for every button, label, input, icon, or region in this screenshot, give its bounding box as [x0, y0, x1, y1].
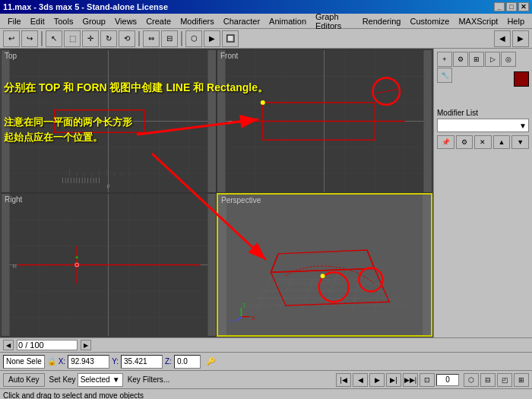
panel-buttons: 📌 ⚙ ✕ ▲ ▼	[437, 135, 529, 149]
progress-value: 0 / 100	[18, 340, 44, 350]
svg-point-15	[97, 119, 102, 124]
toolbar-render[interactable]: ▶	[204, 30, 220, 47]
viewport-front[interactable]: Front	[217, 49, 432, 193]
modifier-dropdown-arrow: ▼	[519, 122, 527, 130]
panel-tab-motion[interactable]: ▷	[485, 52, 500, 67]
toolbar-select-region[interactable]: ⬚	[64, 30, 81, 47]
anim-next-end[interactable]: ▶▶|	[403, 373, 418, 387]
toolbar-sep1	[41, 31, 43, 46]
scroll-left-btn[interactable]: ◀	[3, 340, 14, 350]
scroll-right-btn[interactable]: ▶	[81, 340, 91, 350]
anim-key-mode[interactable]: ⊡	[420, 373, 435, 387]
selected-dropdown[interactable]: Selected ▼	[78, 373, 123, 387]
svg-rect-68	[226, 195, 423, 335]
svg-point-64	[76, 264, 78, 266]
frame-field[interactable]: 0	[436, 374, 459, 386]
lower-status: None Sele 🔒 X: 92.943 Y: 35.421 Z: 0.0 🔑	[0, 353, 532, 371]
menu-character[interactable]: Character	[219, 15, 264, 27]
svg-text:R: R	[13, 263, 17, 270]
menu-graph-editors[interactable]: Graph Editors	[311, 11, 358, 32]
anim-tools2[interactable]: ⊟	[480, 373, 496, 387]
menu-group[interactable]: Group	[78, 15, 110, 27]
viewport-top-svg: T F | | | | | | | | | | | | | |	[2, 50, 216, 192]
panel-btn-config[interactable]: ⚙	[456, 135, 473, 149]
viewport-perspective-label: Perspective	[221, 196, 261, 204]
menu-animation[interactable]: Animation	[264, 15, 311, 27]
menu-tools[interactable]: Tools	[49, 15, 78, 27]
y-field[interactable]: 35.421	[121, 355, 163, 369]
panel-tab-display[interactable]: ◎	[501, 52, 516, 67]
menu-maxscript[interactable]: MAXScript	[454, 15, 502, 27]
toolbar-sep2	[138, 31, 140, 46]
svg-text:Z: Z	[242, 302, 245, 308]
toolbar-undo[interactable]: ↩	[3, 30, 20, 47]
svg-text:|  |  |  |  |  |  |  |  |  |  : | | | | | | | | | | | | | |	[62, 177, 100, 183]
maximize-button[interactable]: □	[506, 2, 517, 11]
panel-tab-create[interactable]: +	[437, 52, 452, 67]
viewport-right[interactable]: Right	[1, 193, 217, 337]
modifier-dropdown[interactable]: ▼	[437, 119, 529, 132]
menu-file[interactable]: File	[3, 15, 26, 27]
toolbar-move[interactable]: ✛	[82, 30, 99, 47]
svg-text:T: T	[13, 119, 17, 126]
selected-value: Selected	[81, 375, 110, 384]
toolbar: ↩ ↪ ↖ ⬚ ✛ ↻ ⟲ ⇔ ⊟ ⬡ ▶ 🔲 ◀ ▶	[0, 29, 532, 49]
menu-views[interactable]: Views	[110, 15, 141, 27]
svg-text:X: X	[252, 315, 255, 321]
y-label: Y:	[112, 357, 119, 366]
menu-rendering[interactable]: Rendering	[358, 15, 406, 27]
none-select-text: None Sele	[6, 357, 42, 366]
anim-prev-start[interactable]: |◀	[336, 373, 351, 387]
panel-btn-move-up[interactable]: ▲	[493, 135, 511, 149]
progress-bar: 0 / 100	[17, 340, 78, 350]
menu-edit[interactable]: Edit	[26, 15, 49, 27]
toolbar-mirror[interactable]: ⇔	[143, 30, 160, 47]
anim-tools3[interactable]: ◰	[497, 373, 512, 387]
z-label: Z:	[165, 357, 172, 366]
anim-tools1[interactable]: ⬡	[464, 373, 479, 387]
close-button[interactable]: ✕	[518, 2, 529, 11]
menu-modifiers[interactable]: Modifiers	[176, 15, 219, 27]
modifier-list-label: Modifier List	[437, 109, 529, 117]
viewport-perspective[interactable]: Perspective	[217, 193, 432, 337]
anim-tools4[interactable]: ⊞	[514, 373, 529, 387]
z-field[interactable]: 0.0	[174, 355, 201, 369]
anim-next[interactable]: ▶|	[386, 373, 401, 387]
menu-customize[interactable]: Customize	[405, 15, 454, 27]
toolbar-scale[interactable]: ⟲	[119, 30, 135, 47]
x-field[interactable]: 92.943	[68, 355, 109, 369]
viewport-front-label: Front	[220, 52, 238, 60]
panel-btn-remove[interactable]: ✕	[474, 135, 492, 149]
panel-tab-utilities[interactable]: 🔧	[437, 68, 452, 83]
anim-play[interactable]: ▶	[369, 373, 385, 387]
none-select-field: None Sele	[3, 355, 45, 369]
menu-create[interactable]: Create	[141, 15, 176, 27]
title-text: 11.max - 3ds max 5 - Stand-alone License	[3, 2, 168, 11]
toolbar-sep3	[181, 31, 182, 46]
toolbar-r1[interactable]: ◀	[494, 30, 511, 47]
toolbar-render-scene[interactable]: 🔲	[222, 30, 239, 47]
color-swatch[interactable]	[514, 71, 529, 87]
auto-key-button[interactable]: Auto Key	[3, 373, 45, 387]
panel-btn-pin[interactable]: 📌	[437, 135, 454, 149]
toolbar-redo[interactable]: ↪	[21, 30, 38, 47]
toolbar-r2[interactable]: ▶	[512, 30, 529, 47]
viewport-top[interactable]: Top	[1, 49, 217, 193]
key-filters-label[interactable]: Key Filters...	[128, 375, 170, 384]
viewport-perspective-svg: X Z Y	[218, 195, 431, 335]
panel-tab-modify[interactable]: ⚙	[453, 52, 468, 67]
toolbar-align[interactable]: ⊟	[161, 30, 178, 47]
main-area: Top	[0, 49, 532, 337]
toolbar-select[interactable]: ↖	[46, 30, 62, 47]
title-bar-buttons: _ □ ✕	[494, 2, 529, 11]
anim-prev[interactable]: ◀	[353, 373, 368, 387]
panel-btn-move-down[interactable]: ▼	[511, 135, 529, 149]
toolbar-material[interactable]: ⬡	[185, 30, 202, 47]
help-text-content: Click and drag to select and move object…	[3, 391, 144, 399]
toolbar-rotate[interactable]: ↻	[100, 30, 117, 47]
minimize-button[interactable]: _	[494, 2, 505, 11]
viewport-front-svg: F	[217, 50, 432, 192]
menu-help[interactable]: Help	[502, 15, 529, 27]
lock-icon[interactable]: 🔒	[47, 357, 56, 366]
panel-tab-hierarchy[interactable]: ⊞	[469, 52, 484, 67]
